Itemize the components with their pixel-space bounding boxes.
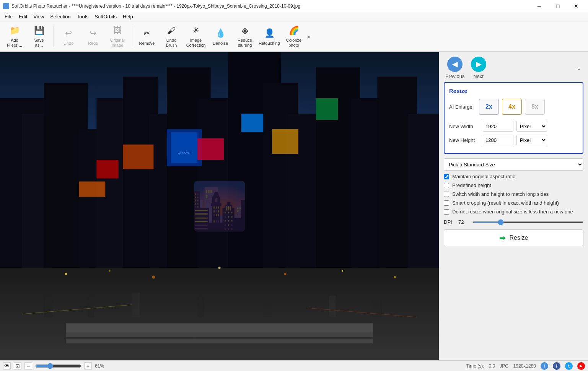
facebook-icon[interactable]: f xyxy=(553,362,560,370)
remove-button[interactable]: ✂ Remove xyxy=(135,23,158,49)
undo-label: Undo xyxy=(64,41,73,46)
original-image-button[interactable]: 🖼 OriginalImage xyxy=(106,23,129,49)
denoise-button[interactable]: 💧 Denoise xyxy=(209,23,232,49)
save-as-label: Saveas... xyxy=(34,38,44,48)
previous-button[interactable]: ◀ xyxy=(447,57,463,72)
retouching-button[interactable]: 👤 Retouching xyxy=(258,23,281,49)
enlarge-2x-button[interactable]: 2x xyxy=(479,99,499,115)
height-input[interactable] xyxy=(483,135,513,145)
zoom-out-button[interactable]: − xyxy=(24,362,32,370)
undo-button[interactable]: ↩ Undo xyxy=(57,23,80,49)
svg-rect-24 xyxy=(272,129,298,154)
undo-brush-icon: 🖌 xyxy=(165,25,178,36)
resize-action-button[interactable]: ➡ Resize xyxy=(444,229,583,246)
toolbar-separator-1 xyxy=(54,26,54,47)
svg-rect-23 xyxy=(241,114,263,132)
menu-help[interactable]: Help xyxy=(120,13,136,20)
svg-rect-17 xyxy=(408,114,439,268)
zoom-in-button[interactable]: + xyxy=(84,362,92,370)
smart-cropping-checkbox[interactable] xyxy=(444,200,449,206)
original-image-icon: 🖼 xyxy=(111,25,124,36)
svg-rect-19 xyxy=(171,132,197,163)
add-file-label: Add File(s)... xyxy=(5,38,24,48)
svg-rect-22 xyxy=(197,138,224,160)
svg-point-29 xyxy=(65,273,67,275)
main-layout: QFRONT xyxy=(0,52,588,360)
svg-point-31 xyxy=(152,275,155,278)
menu-selection[interactable]: Selection xyxy=(47,13,73,20)
menu-softorbits[interactable]: SoftOrbits xyxy=(91,13,120,20)
no-resize-checkbox[interactable] xyxy=(444,209,449,215)
menu-view[interactable]: View xyxy=(30,13,47,20)
menu-file[interactable]: File xyxy=(2,13,16,20)
prev-nav-group: ◀ Previous xyxy=(445,57,465,79)
svg-rect-39 xyxy=(197,296,204,317)
standard-size-select[interactable]: Pick a Standard Size xyxy=(444,158,583,171)
colorize-photo-label: Colorizephoto xyxy=(286,38,301,48)
window-title: SoftOrbits Photo Retoucher - ****Unregis… xyxy=(11,3,300,9)
right-panel: ◀ Previous ▶ Next ⌄ Resize AI Enlarge 2x… xyxy=(439,52,588,360)
maintain-aspect-checkbox[interactable] xyxy=(444,174,449,179)
predefined-height-checkbox[interactable] xyxy=(444,183,449,188)
switch-width-height-row[interactable]: Switch width and height to match long si… xyxy=(444,191,583,197)
new-height-label: New Height xyxy=(449,137,480,143)
undo-brush-button[interactable]: 🖌 UndoBrush xyxy=(160,23,183,49)
svg-text:QFRONT: QFRONT xyxy=(178,151,191,155)
resize-arrow-icon: ➡ xyxy=(499,233,506,242)
app-icon xyxy=(3,3,9,9)
view-mode-button[interactable]: 👁 xyxy=(3,362,11,370)
svg-point-30 xyxy=(109,270,111,272)
maintain-aspect-row[interactable]: Maintain original aspect ratio xyxy=(444,174,583,179)
twitter-icon[interactable]: t xyxy=(565,362,573,370)
dpi-slider[interactable] xyxy=(473,221,583,223)
colorize-photo-button[interactable]: 🌈 Colorizephoto xyxy=(282,23,305,49)
next-label: Next xyxy=(473,73,484,79)
no-resize-label: Do not resize when original size is less… xyxy=(452,209,573,215)
menu-bar: File Edit View Selection Tools SoftOrbit… xyxy=(0,12,588,21)
svg-rect-46 xyxy=(66,332,373,337)
remove-icon: ✂ xyxy=(141,27,153,39)
next-button[interactable]: ▶ xyxy=(471,57,486,72)
add-file-button[interactable]: 📁 Add File(s)... xyxy=(3,23,26,49)
add-file-icon: 📁 xyxy=(8,25,21,36)
denoise-label: Denoise xyxy=(213,41,228,46)
undo-icon: ↩ xyxy=(62,27,75,39)
zoom-value: 61% xyxy=(95,363,104,369)
image-correction-label: ImageCorrection xyxy=(186,38,206,48)
maximize-button[interactable]: □ xyxy=(549,0,567,12)
info-icon[interactable]: i xyxy=(541,362,548,370)
enlarge-4x-button[interactable]: 4x xyxy=(502,99,522,115)
predefined-height-row[interactable]: Predefined height xyxy=(444,182,583,188)
select-mode-button[interactable]: ⊡ xyxy=(14,362,21,370)
image-correction-button[interactable]: ☀ ImageCorrection xyxy=(184,23,207,49)
smart-cropping-label: Smart cropping (result in exact width an… xyxy=(452,200,559,206)
menu-tools[interactable]: Tools xyxy=(74,13,91,20)
height-unit-select[interactable]: Pixel Percent cm inch xyxy=(516,135,547,145)
close-button[interactable]: ✕ xyxy=(567,0,585,12)
reduce-blurring-button[interactable]: ◈ Reduceblurring xyxy=(233,23,256,49)
title-bar: SoftOrbits Photo Retoucher - ****Unregis… xyxy=(0,0,588,12)
time-label: Time (s): xyxy=(466,363,484,369)
width-unit-select[interactable]: Pixel Percent cm inch xyxy=(516,121,547,132)
image-canvas: QFRONT xyxy=(0,52,439,360)
toolbar-separator-2 xyxy=(132,26,132,47)
no-resize-row[interactable]: Do not resize when original size is less… xyxy=(444,209,583,215)
zoom-slider[interactable] xyxy=(35,363,81,369)
save-as-button[interactable]: 💾 Saveas... xyxy=(28,23,50,49)
switch-width-height-checkbox[interactable] xyxy=(444,192,449,197)
redo-button[interactable]: ↪ Redo xyxy=(81,23,104,49)
enlarge-8x-button[interactable]: 8x xyxy=(525,99,545,115)
svg-rect-40 xyxy=(263,293,272,317)
svg-rect-41 xyxy=(329,296,336,317)
dpi-label: DPI xyxy=(444,219,455,225)
width-input[interactable] xyxy=(483,121,513,132)
menu-edit[interactable]: Edit xyxy=(16,13,30,20)
minimize-button[interactable]: ─ xyxy=(531,0,548,12)
svg-point-32 xyxy=(218,267,221,269)
reduce-blurring-icon: ◈ xyxy=(239,25,251,36)
smart-cropping-row[interactable]: Smart cropping (result in exact width an… xyxy=(444,200,583,206)
youtube-icon[interactable]: ▶ xyxy=(577,362,585,370)
resize-panel: Resize AI Enlarge 2x 4x 8x New Width Pix… xyxy=(444,82,583,154)
next-nav-group: ▶ Next xyxy=(471,57,486,79)
svg-rect-47 xyxy=(66,339,373,343)
